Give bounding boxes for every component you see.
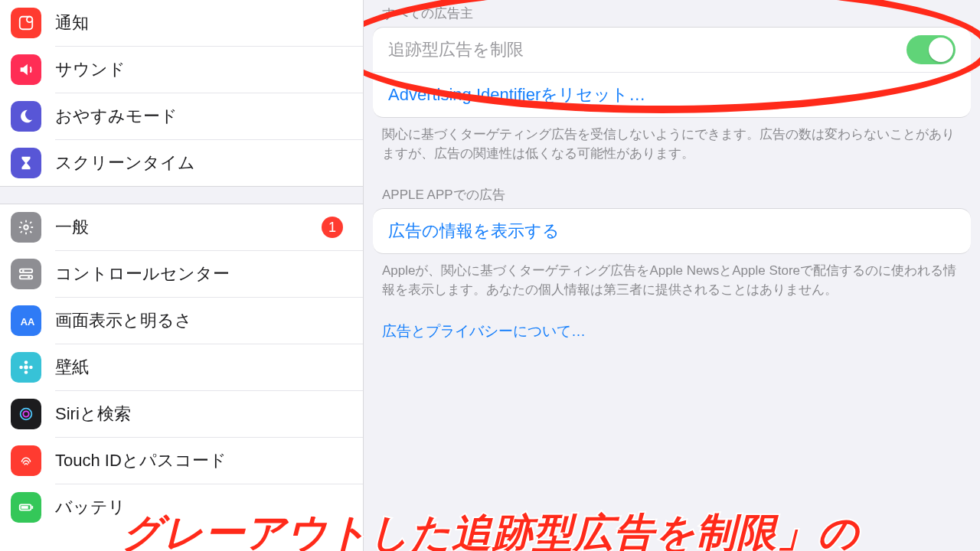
sidebar-item-dnd[interactable]: おやすみモード (0, 93, 363, 139)
svg-point-10 (24, 370, 28, 374)
section-header-all-advertisers: すべての広告主 (364, 2, 980, 27)
sidebar-item-label: Siriと検索 (55, 403, 363, 425)
svg-point-9 (24, 360, 28, 364)
notification-icon (11, 8, 41, 38)
toggle-limit-ad-tracking[interactable] (906, 35, 956, 64)
siri-icon (11, 399, 41, 429)
switches-icon (11, 259, 41, 289)
sidebar-item-touchid[interactable]: Touch IDとパスコード (0, 438, 363, 484)
sidebar-item-label: おやすみモード (55, 105, 363, 128)
sidebar-item-label: コントロールセンター (55, 262, 363, 285)
sidebar-item-control-center[interactable]: コントロールセンター (0, 251, 363, 297)
svg-text:AA: AA (21, 316, 34, 328)
sidebar-item-label: スクリーンタイム (55, 152, 363, 174)
settings-sidebar: 通知 サウンド おやすみモード スクリーンタイム (0, 0, 364, 551)
svg-point-4 (22, 270, 24, 272)
svg-point-14 (23, 411, 28, 416)
display-icon: AA (11, 305, 41, 336)
sidebar-item-label: Touch IDとパスコード (55, 449, 363, 472)
svg-point-6 (28, 276, 30, 279)
sidebar-item-general[interactable]: 一般 1 (0, 204, 363, 250)
fingerprint-icon (11, 445, 41, 476)
sidebar-item-label: 壁紙 (55, 356, 363, 379)
sidebar-item-screentime[interactable]: スクリーンタイム (0, 140, 363, 186)
annotation-caption: グレーアウトした追跡型広告を制限」の (0, 507, 980, 551)
sidebar-item-label: 画面表示と明るさ (55, 309, 363, 332)
svg-point-8 (24, 365, 28, 370)
row-label: Advertising Identifierをリセット… (388, 83, 956, 106)
svg-rect-3 (20, 269, 33, 273)
detail-pane: すべての広告主 追跡型広告を制限 Advertising Identifierを… (364, 0, 980, 551)
sidebar-item-label: サウンド (55, 58, 363, 81)
sidebar-item-label: 一般 (55, 216, 322, 239)
moon-icon (11, 101, 41, 132)
section-footer: 関心に基づくターゲティング広告を受信しないようにできます。広告の数は変わらないこ… (364, 118, 980, 177)
section-header-apple-ads: APPLE APPでの広告 (364, 183, 980, 208)
sidebar-item-notifications[interactable]: 通知 (0, 0, 363, 46)
row-label: 追跡型広告を制限 (388, 38, 906, 61)
svg-point-2 (24, 225, 28, 230)
svg-point-12 (29, 366, 33, 370)
row-limit-ad-tracking[interactable]: 追跡型広告を制限 (373, 28, 971, 72)
hourglass-icon (11, 148, 41, 178)
svg-point-1 (27, 17, 32, 22)
sidebar-item-label: 通知 (55, 11, 363, 34)
sidebar-item-siri[interactable]: Siriと検索 (0, 391, 363, 437)
svg-point-11 (19, 366, 23, 370)
row-show-ad-info[interactable]: 広告の情報を表示する (373, 209, 971, 253)
sidebar-item-display[interactable]: AA 画面表示と明るさ (0, 298, 363, 344)
notification-badge: 1 (322, 217, 343, 238)
svg-rect-5 (20, 276, 33, 279)
svg-point-13 (21, 409, 32, 420)
row-label: 広告の情報を表示する (388, 220, 956, 243)
sidebar-item-wallpaper[interactable]: 壁紙 (0, 344, 363, 390)
sidebar-item-sounds[interactable]: サウンド (0, 47, 363, 93)
row-reset-ad-identifier[interactable]: Advertising Identifierをリセット… (373, 72, 971, 117)
section-footer: Appleが、関心に基づくターゲティング広告をApple NewsとApple … (364, 254, 980, 313)
link-ads-privacy[interactable]: 広告とプライバシーについて… (364, 314, 980, 349)
sound-icon (11, 54, 41, 85)
gear-icon (11, 212, 41, 243)
flower-icon (11, 352, 41, 383)
